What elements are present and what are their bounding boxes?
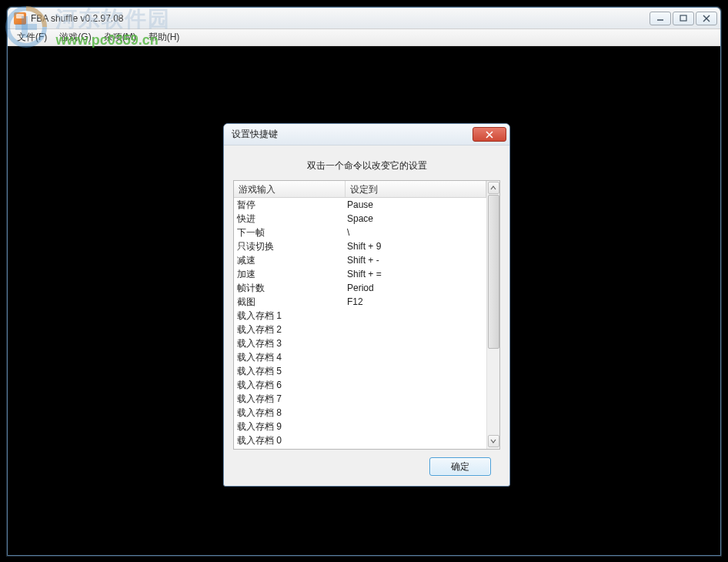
menu-file[interactable]: 文件(F) [11,29,53,45]
list-item[interactable]: 载入存档 1 [234,309,486,323]
list-item-name: 载入存档 2 [234,323,346,336]
list-item-key: Space [346,213,486,224]
list-item[interactable]: 减速Shift + - [234,253,486,267]
hotkey-dialog: 设置快捷键 双击一个命令以改变它的设置 游戏输入 设定到 暂停Pause快进Sp… [223,123,510,487]
main-window-title: FBA shuffle v0.2.97.08 [31,13,650,24]
close-button[interactable] [696,12,717,25]
vertical-scrollbar[interactable] [486,181,499,449]
list-item-key: Period [346,283,486,293]
list-item-name: 载入存档 1 [234,309,346,323]
svg-rect-4 [680,15,686,21]
list-item[interactable]: 帧计数Period [234,281,486,295]
list-item-name: 快进 [234,212,346,226]
minimize-button[interactable] [650,12,671,25]
list-item-name: 载入存档 8 [234,406,346,420]
list-item[interactable]: 下一帧\ [234,226,486,239]
list-item-name: 载入存档 6 [234,379,346,392]
hotkey-list: 游戏输入 设定到 暂停Pause快进Space下一帧\只读切换Shift + 9… [233,180,500,450]
list-item-name: 载入存档 9 [234,420,346,433]
list-item-name: 载入存档 3 [234,337,346,350]
app-icon [14,12,26,25]
list-item-key: \ [346,227,486,238]
main-titlebar[interactable]: FBA shuffle v0.2.97.08 [8,8,720,29]
dialog-titlebar[interactable]: 设置快捷键 [224,124,509,146]
scroll-down-button[interactable] [488,435,499,447]
list-header: 游戏输入 设定到 [234,181,486,198]
dialog-close-button[interactable] [473,127,506,142]
list-item[interactable]: 载入存档 4 [234,350,486,364]
list-item[interactable]: 只读切换Shift + 9 [234,239,486,253]
list-item-name: 帧计数 [234,282,346,295]
list-item[interactable]: 载入存档 0 [234,433,486,447]
menu-help[interactable]: 帮助(H) [142,29,186,45]
menu-game[interactable]: 游戏(G) [53,29,97,45]
window-controls [650,12,717,25]
column-header-setto[interactable]: 设定到 [346,181,486,197]
menubar: 文件(F) 游戏(G) 杂项(M) 帮助(H) [8,29,720,46]
close-icon [486,131,493,139]
list-item-name: 载入存档 5 [234,365,346,378]
list-item-name: 载入存档 7 [234,393,346,406]
maximize-button[interactable] [673,12,694,25]
list-item-key: Shift + 9 [346,241,486,252]
list-item-name: 载入存档 0 [234,434,346,447]
list-item[interactable]: 暂停Pause [234,198,486,212]
list-item[interactable]: 载入存档 5 [234,364,486,378]
list-item-name: 载入存档 4 [234,351,346,364]
list-item[interactable]: 截图F12 [234,295,486,309]
list-item-name: 只读切换 [234,240,346,253]
list-item-name: 下一帧 [234,226,346,239]
list-item[interactable]: 载入存档 3 [234,336,486,350]
list-item[interactable]: 载入存档 8 [234,406,486,420]
close-icon [703,15,710,22]
list-item[interactable]: 载入存档 7 [234,392,486,406]
list-item-name: 减速 [234,254,346,267]
list-item[interactable]: 快进Space [234,212,486,226]
maximize-icon [680,15,687,22]
chevron-down-icon [490,439,496,443]
list-item[interactable]: 加速Shift + = [234,267,486,281]
column-header-input[interactable]: 游戏输入 [234,181,346,197]
list-item-key: Pause [346,199,486,210]
ok-button[interactable]: 确定 [429,457,491,476]
scroll-thumb[interactable] [488,195,499,349]
list-item[interactable]: 载入存档 6 [234,378,486,392]
list-item-key: Shift + - [346,255,486,266]
list-item-name: 加速 [234,268,346,281]
menu-misc[interactable]: 杂项(M) [98,29,142,45]
scroll-up-button[interactable] [488,182,499,194]
chevron-up-icon [490,186,496,190]
minimize-icon [656,15,664,22]
list-item-key: F12 [346,296,486,307]
list-item-key: Shift + = [346,269,486,279]
dialog-title: 设置快捷键 [232,128,473,141]
list-item-name: 暂停 [234,199,346,212]
list-item[interactable]: 载入存档 9 [234,420,486,433]
dialog-instruction: 双击一个命令以改变它的设置 [233,153,500,180]
list-item[interactable]: 载入存档 2 [234,323,486,336]
list-item-name: 截图 [234,296,346,309]
list-rows-container: 暂停Pause快进Space下一帧\只读切换Shift + 9减速Shift +… [234,198,486,449]
